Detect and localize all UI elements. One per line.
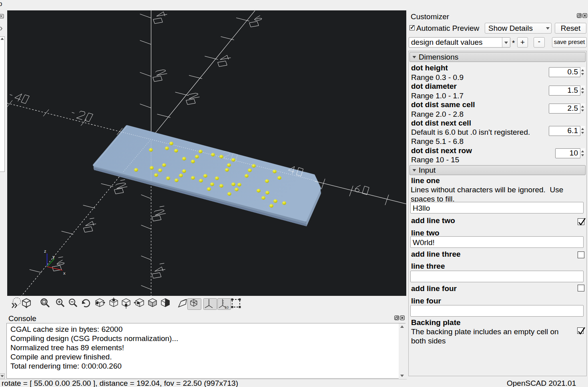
svg-text:y: y: [52, 255, 55, 259]
svg-text:10: 10: [225, 305, 229, 309]
svg-text:z: z: [44, 249, 46, 254]
svg-text:x: x: [63, 271, 66, 276]
